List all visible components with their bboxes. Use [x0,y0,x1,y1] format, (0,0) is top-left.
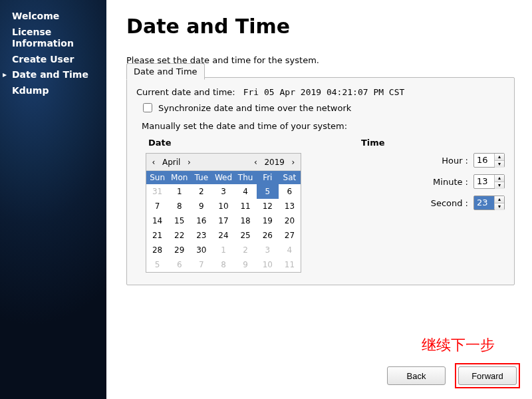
current-datetime-label: Current date and time: [136,87,235,97]
next-year-button[interactable]: › [289,158,298,167]
calendar-weekday: Fri [257,171,279,184]
calendar-day[interactable]: 7 [146,199,168,213]
calendar-day[interactable]: 31 [146,184,168,199]
calendar-day[interactable]: 2 [190,184,212,199]
calendar-day[interactable]: 14 [146,213,168,228]
calendar-day[interactable]: 20 [279,213,301,228]
prev-year-button[interactable]: ‹ [251,158,260,167]
calendar-weekday: Sat [279,171,301,184]
hour-down-button[interactable]: ▾ [495,161,504,168]
calendar-day[interactable]: 10 [257,257,279,272]
calendar-day[interactable]: 2 [235,243,257,257]
calendar-day[interactable]: 7 [190,257,212,272]
calendar-day[interactable]: 18 [235,213,257,228]
sync-network-label: Synchronize date and time over the netwo… [158,103,351,113]
minute-down-button[interactable]: ▾ [495,182,504,189]
calendar-day[interactable]: 11 [235,199,257,213]
calendar-day[interactable]: 12 [257,199,279,213]
calendar-day[interactable]: 30 [190,243,212,257]
minute-spinner[interactable]: 13 ▴▾ [473,174,505,189]
minute-label: Minute : [407,177,468,187]
hour-label: Hour : [407,156,468,166]
calendar-weekday: Thu [235,171,257,184]
calendar-day[interactable]: 5 [257,184,279,199]
minute-value[interactable]: 13 [474,175,494,188]
calendar-day[interactable]: 11 [279,257,301,272]
time-section-label: Time [361,138,505,148]
calendar-month-label[interactable]: April [158,158,184,167]
calendar-day[interactable]: 8 [168,199,190,213]
second-up-button[interactable]: ▴ [495,196,504,203]
calendar-weekday: Sun [146,171,168,184]
calendar-weekday: Tue [190,171,212,184]
calendar-grid: SunMonTueWedThuFriSat 311234567891011121… [146,171,301,272]
calendar-day[interactable]: 6 [279,184,301,199]
calendar-day[interactable]: 28 [146,243,168,257]
calendar-day[interactable]: 9 [190,199,212,213]
hour-spinner[interactable]: 16 ▴▾ [473,153,505,168]
calendar-day[interactable]: 25 [235,228,257,243]
sync-network-checkbox[interactable] [143,103,152,112]
calendar-day[interactable]: 1 [212,243,234,257]
calendar-day[interactable]: 17 [212,213,234,228]
calendar-day[interactable]: 22 [168,228,190,243]
second-label: Second : [407,198,468,208]
forward-highlight: Forward [455,363,520,388]
second-spinner[interactable]: 23 ▴▾ [473,196,505,210]
current-datetime-row: Current date and time: Fri 05 Apr 2019 0… [136,87,505,97]
manual-set-label: Manually set the date and time of your s… [142,121,505,131]
calendar-day[interactable]: 5 [146,257,168,272]
calendar-day[interactable]: 23 [190,228,212,243]
calendar-day[interactable]: 24 [212,228,234,243]
calendar-day[interactable]: 4 [235,184,257,199]
sidebar-item-kdump[interactable]: Kdump [12,85,100,97]
calendar-weekday: Wed [212,171,234,184]
sidebar-item-welcome[interactable]: Welcome [12,11,100,23]
second-down-button[interactable]: ▾ [495,203,504,210]
forward-button[interactable]: Forward [458,366,517,385]
date-section-label: Date [148,138,338,148]
hour-value[interactable]: 16 [474,154,494,167]
calendar: ‹ April › ‹ 2019 › SunMonTueWedThuFriSat… [146,153,301,273]
back-button[interactable]: Back [387,366,446,385]
page-title: Date and Time [126,15,515,38]
calendar-day[interactable]: 6 [168,257,190,272]
calendar-day[interactable]: 27 [279,228,301,243]
prev-month-button[interactable]: ‹ [149,158,158,167]
calendar-day[interactable]: 10 [212,199,234,213]
calendar-day[interactable]: 1 [168,184,190,199]
calendar-day[interactable]: 16 [190,213,212,228]
calendar-day[interactable]: 8 [212,257,234,272]
sidebar-item-date-and-time[interactable]: Date and Time [12,69,100,81]
setup-steps-sidebar: Welcome License Information Create User … [0,0,106,399]
calendar-day[interactable]: 26 [257,228,279,243]
hour-up-button[interactable]: ▴ [495,154,504,161]
calendar-day[interactable]: 9 [235,257,257,272]
current-datetime-text: Fri 05 Apr 2019 04:21:07 PM CST [243,87,405,97]
calendar-day[interactable]: 13 [279,199,301,213]
second-value[interactable]: 23 [474,196,494,209]
calendar-day[interactable]: 29 [168,243,190,257]
main-panel: Date and Time Please set the date and ti… [106,0,532,399]
minute-up-button[interactable]: ▴ [495,175,504,182]
annotation-text: 继续下一步 [422,335,495,355]
tab-date-and-time[interactable]: Date and Time [126,63,205,80]
current-datetime-value [238,87,243,97]
calendar-day[interactable]: 19 [257,213,279,228]
calendar-year-label[interactable]: 2019 [260,158,289,167]
datetime-frame: Date and Time Current date and time: Fri… [126,77,515,285]
calendar-day[interactable]: 15 [168,213,190,228]
calendar-weekday: Mon [168,171,190,184]
calendar-day[interactable]: 3 [212,184,234,199]
calendar-day[interactable]: 3 [257,243,279,257]
sidebar-item-license-information[interactable]: License Information [12,27,100,50]
calendar-day[interactable]: 21 [146,228,168,243]
calendar-day[interactable]: 4 [279,243,301,257]
next-month-button[interactable]: › [184,158,194,167]
sidebar-item-create-user[interactable]: Create User [12,54,100,66]
